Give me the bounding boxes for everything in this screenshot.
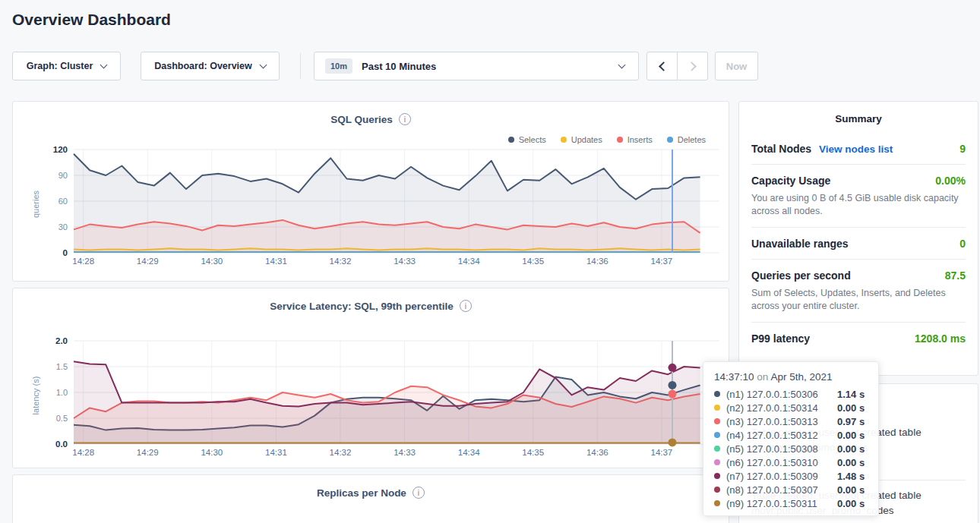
svg-text:14:31: 14:31: [265, 257, 287, 266]
tooltip-row: (n7) 127.0.0.1:503091.48 s: [714, 469, 868, 483]
qps-label: Queries per second: [751, 269, 851, 282]
node-latency-value: 0.00 s: [837, 443, 865, 455]
svg-text:14:29: 14:29: [137, 257, 159, 266]
chevron-left-icon: [659, 61, 669, 71]
tooltip-row: (n6) 127.0.0.1:503100.00 s: [714, 455, 868, 469]
svg-text:14:35: 14:35: [522, 257, 544, 266]
now-button[interactable]: Now: [715, 52, 758, 80]
legend-dot: [617, 137, 623, 143]
node-address: (n5) 127.0.0.1:50308: [726, 443, 837, 455]
chevron-down-icon: [100, 61, 108, 68]
svg-text:14:37: 14:37: [650, 257, 672, 266]
node-latency-value: 0.00 s: [837, 430, 865, 441]
chart-title: Replicas per Node: [317, 487, 406, 499]
sql-queries-chart[interactable]: 14:2814:2914:3014:3114:3214:3314:3414:35…: [13, 142, 730, 271]
summary-row-capacity: Capacity Usage 0.00% You are using 0 B o…: [751, 164, 966, 227]
capacity-subtitle: You are using 0 B of 4.5 GiB usable disk…: [751, 192, 966, 218]
tooltip-row: (n3) 127.0.0.1:503130.97 s: [714, 414, 868, 428]
summary-card: Summary Total Nodes View nodes list 9 Ca…: [738, 101, 978, 376]
dashboard-dropdown-label: Dashboard: Overview: [154, 61, 252, 71]
svg-text:30: 30: [58, 222, 68, 232]
now-button-label: Now: [726, 61, 747, 72]
summary-row-total-nodes: Total Nodes View nodes list 9: [751, 133, 966, 164]
svg-text:14:34: 14:34: [458, 448, 480, 457]
node-address: (n7) 127.0.0.1:50309: [726, 471, 837, 482]
total-nodes-value: 9: [959, 143, 966, 155]
info-icon[interactable]: i: [413, 487, 425, 499]
node-latency-value: 0.00 s: [837, 457, 865, 468]
svg-text:0: 0: [63, 248, 68, 257]
chart-title: Service Latency: SQL, 99th percentile: [270, 301, 454, 312]
svg-text:14:36: 14:36: [586, 448, 609, 457]
svg-text:0.5: 0.5: [56, 414, 68, 423]
capacity-label: Capacity Usage: [751, 175, 830, 187]
svg-text:120: 120: [53, 145, 68, 154]
svg-text:14:32: 14:32: [330, 448, 352, 457]
info-icon[interactable]: i: [399, 113, 411, 125]
dashboard-dropdown[interactable]: Dashboard: Overview: [141, 52, 280, 80]
svg-text:14:32: 14:32: [330, 257, 352, 266]
latency-panel: Service Latency: SQL, 99th percentile i …: [12, 288, 729, 468]
svg-text:latency (s): latency (s): [31, 376, 40, 415]
svg-text:14:36: 14:36: [586, 257, 609, 266]
legend-item-inserts: Inserts: [617, 135, 653, 144]
controls-divider: [300, 53, 301, 79]
svg-text:1.5: 1.5: [56, 362, 68, 371]
node-color-dot: [714, 459, 720, 465]
graph-dropdown[interactable]: Graph: Cluster: [12, 52, 121, 80]
latency-chart[interactable]: 14:2814:2914:3014:3114:3214:3314:3414:35…: [13, 333, 730, 462]
node-color-dot: [714, 500, 720, 506]
node-color-dot: [714, 487, 720, 493]
tooltip-on: on: [757, 371, 768, 383]
replicas-panel: Replicas per Node i: [12, 474, 729, 523]
view-nodes-link[interactable]: View nodes list: [819, 143, 893, 155]
node-color-dot: [714, 405, 720, 411]
unavailable-ranges-label: Unavailable ranges: [751, 238, 849, 250]
tooltip-header: 14:37:10 on Apr 5th, 2021: [714, 371, 868, 383]
svg-text:queries: queries: [31, 190, 40, 218]
p99-latency-value: 1208.0 ms: [915, 332, 966, 345]
next-timewindow-button[interactable]: [677, 52, 708, 80]
node-color-dot: [714, 418, 720, 424]
svg-text:14:35: 14:35: [522, 448, 544, 457]
controls-bar: Graph: Cluster Dashboard: Overview 10m P…: [0, 52, 980, 80]
chart-legend: SelectsUpdatesInsertsDeletes: [508, 135, 706, 144]
info-icon[interactable]: i: [460, 300, 472, 312]
prev-timewindow-button[interactable]: [646, 52, 678, 80]
chevron-right-icon: [687, 61, 697, 71]
svg-text:60: 60: [58, 197, 68, 206]
legend-item-selects: Selects: [508, 135, 546, 144]
svg-text:14:28: 14:28: [72, 448, 94, 457]
legend-dot: [667, 137, 673, 143]
node-address: (n9) 127.0.0.1:50311: [726, 498, 837, 509]
hover-tooltip: 14:37:10 on Apr 5th, 2021 (n1) 127.0.0.1…: [703, 361, 879, 516]
svg-text:14:30: 14:30: [201, 257, 223, 266]
capacity-value: 0.00%: [935, 175, 966, 187]
tooltip-row: (n5) 127.0.0.1:503080.00 s: [714, 442, 868, 455]
chart-title: SQL Queries: [330, 114, 393, 125]
qps-value: 87.5: [945, 269, 966, 282]
legend-dot: [561, 137, 567, 143]
svg-text:14:33: 14:33: [394, 257, 416, 266]
sql-queries-panel: SQL Queries i SelectsUpdatesInsertsDelet…: [12, 101, 729, 282]
node-latency-value: 1.14 s: [837, 389, 865, 400]
tooltip-row: (n2) 127.0.0.1:503140.00 s: [714, 401, 868, 414]
time-range-selector[interactable]: 10m Past 10 Minutes: [314, 52, 639, 80]
tooltip-row: (n9) 127.0.0.1:503110.00 s: [714, 496, 868, 510]
node-color-dot: [714, 432, 720, 438]
svg-text:90: 90: [58, 171, 68, 180]
svg-text:0.0: 0.0: [55, 440, 68, 449]
node-color-dot: [714, 391, 720, 397]
tooltip-row: (n4) 127.0.0.1:503120.00 s: [714, 428, 868, 442]
node-address: (n8) 127.0.0.1:50307: [726, 484, 837, 496]
graph-dropdown-label: Graph: Cluster: [27, 61, 93, 71]
time-range-badge: 10m: [325, 58, 352, 74]
node-address: (n4) 127.0.0.1:50312: [726, 430, 837, 441]
summary-row-qps: Queries per second 87.5 Sum of Selects, …: [751, 259, 966, 322]
svg-text:14:33: 14:33: [394, 448, 416, 457]
node-latency-value: 1.48 s: [837, 471, 865, 482]
unavailable-ranges-value: 0: [959, 238, 966, 250]
svg-text:1.0: 1.0: [56, 388, 68, 397]
summary-row-unavailable: Unavailable ranges 0: [751, 227, 966, 259]
node-address: (n6) 127.0.0.1:50310: [726, 457, 837, 468]
